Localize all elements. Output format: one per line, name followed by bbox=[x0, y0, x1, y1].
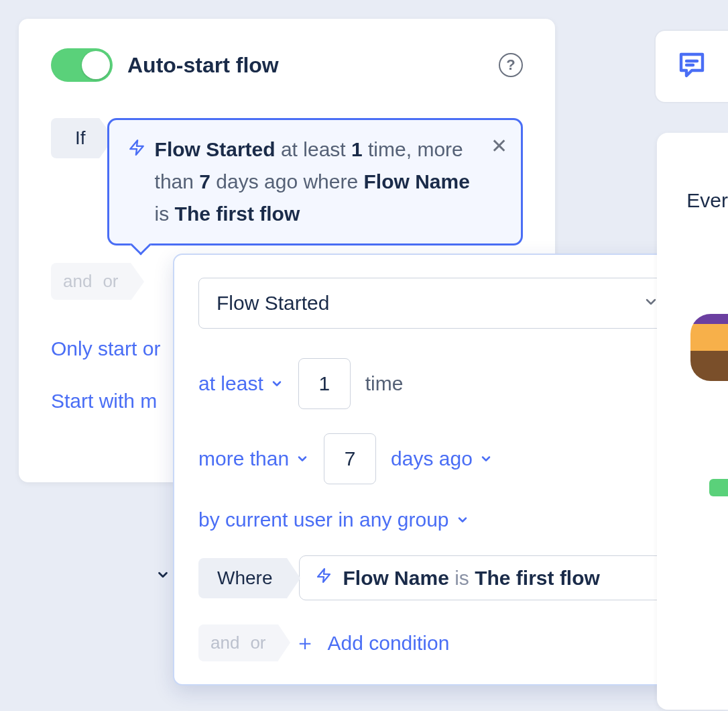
svg-marker-0 bbox=[130, 140, 143, 155]
avatar bbox=[690, 314, 728, 381]
at-least-dropdown[interactable]: at least bbox=[198, 372, 284, 395]
remove-condition-button[interactable]: ✕ bbox=[491, 136, 507, 156]
and-option[interactable]: and bbox=[210, 633, 239, 653]
toggle-knob bbox=[82, 51, 110, 79]
chat-icon bbox=[676, 49, 708, 84]
auto-start-toggle[interactable] bbox=[51, 48, 113, 82]
scope-dropdown[interactable]: by current user in any group bbox=[198, 508, 469, 531]
card-header: Auto-start flow ? bbox=[51, 48, 523, 82]
andor-selector-small[interactable]: and or bbox=[198, 624, 278, 661]
add-condition-button[interactable]: ＋ Add condition bbox=[294, 628, 450, 658]
chevron-down-icon bbox=[156, 567, 170, 585]
right-panel: Ever bbox=[657, 133, 728, 710]
and-option[interactable]: and bbox=[63, 271, 92, 292]
count-input[interactable] bbox=[298, 358, 351, 409]
green-accent bbox=[709, 479, 728, 496]
days-input[interactable] bbox=[324, 433, 376, 484]
condition-text: Flow Started at least 1 time, more than … bbox=[155, 133, 477, 230]
count-row: at least time bbox=[198, 358, 677, 409]
event-select-value: Flow Started bbox=[217, 292, 329, 315]
where-row: Where Flow Name is The first flow bbox=[198, 555, 677, 600]
scope-row: by current user in any group bbox=[198, 508, 677, 531]
plus-icon: ＋ bbox=[294, 628, 316, 658]
or-option[interactable]: or bbox=[103, 271, 118, 292]
days-ago-dropdown[interactable]: days ago bbox=[391, 447, 493, 470]
event-select[interactable]: Flow Started bbox=[198, 278, 677, 329]
popup-pointer bbox=[130, 234, 151, 255]
andor-selector[interactable]: and or bbox=[51, 263, 131, 300]
if-condition-row: If Flow Started at least 1 time, more th… bbox=[51, 118, 523, 245]
lightning-icon bbox=[128, 136, 145, 162]
add-condition-row: and or ＋ Add condition bbox=[198, 624, 677, 661]
where-label: Where bbox=[198, 558, 287, 598]
time-row: more than days ago bbox=[198, 433, 677, 484]
lightning-icon bbox=[316, 565, 332, 590]
condition-editor-popup: Flow Started at least time more than day… bbox=[173, 254, 703, 686]
time-label: time bbox=[365, 372, 404, 395]
or-option[interactable]: or bbox=[250, 633, 265, 653]
svg-marker-1 bbox=[318, 569, 330, 582]
condition-summary[interactable]: Flow Started at least 1 time, more than … bbox=[107, 118, 523, 245]
card-title: Auto-start flow bbox=[127, 53, 499, 78]
help-icon[interactable]: ? bbox=[499, 53, 523, 77]
where-condition[interactable]: Flow Name is The first flow bbox=[299, 555, 677, 600]
more-than-dropdown[interactable]: more than bbox=[198, 447, 309, 470]
where-text: Flow Name is The first flow bbox=[343, 567, 599, 590]
ever-label: Ever bbox=[686, 189, 728, 212]
if-label: If bbox=[51, 118, 99, 158]
chat-button[interactable] bbox=[654, 30, 728, 103]
